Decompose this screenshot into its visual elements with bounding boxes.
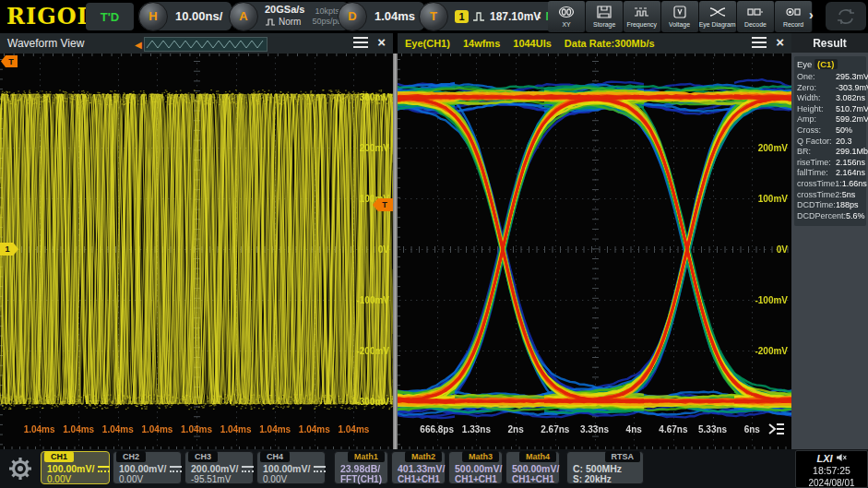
storage-icon bbox=[596, 6, 612, 19]
channel-tab: CH1 bbox=[44, 451, 74, 462]
trigger-level-value: 187.10mV bbox=[490, 10, 541, 23]
waveform-x-tick-label: 1.04ms bbox=[259, 424, 291, 434]
result-row: Cross:50% bbox=[797, 125, 864, 137]
clock-box[interactable]: LXI 18:57:25 2024/08/01 bbox=[795, 450, 868, 488]
toolbar-storage-button[interactable]: Storage bbox=[586, 1, 624, 32]
eye-diagram-canvas[interactable] bbox=[398, 54, 791, 449]
result-row: Q Factor:20.3 bbox=[797, 137, 864, 148]
result-value: 3.082ns bbox=[836, 93, 865, 102]
eye-close-icon[interactable]: × bbox=[776, 37, 784, 48]
toolbar-scroll-right-icon[interactable]: › bbox=[809, 7, 814, 22]
result-label: DCDPercent: bbox=[797, 211, 846, 222]
waveform-canvas[interactable] bbox=[0, 54, 393, 449]
rtsa-center-freq: C: 500MHz bbox=[573, 463, 622, 474]
toolbar-button-label: XY bbox=[562, 20, 570, 28]
rtsa-span: S: 20kHz bbox=[573, 474, 612, 484]
delay-control[interactable]: D 1.04ms bbox=[338, 2, 424, 30]
result-value: 188ps bbox=[836, 200, 859, 209]
eye-x-tick-label: 2.67ns bbox=[541, 424, 569, 434]
result-row: crossTime2:5ns bbox=[797, 190, 864, 201]
waveform-x-tick-label: 1.04ms bbox=[338, 424, 369, 434]
screen-capture-button[interactable] bbox=[826, 2, 866, 30]
toolbar-record-button[interactable]: Record bbox=[775, 1, 813, 32]
pulse-edge-icon bbox=[472, 9, 485, 23]
eye-measurement-box[interactable]: Eye (C1) One:295.3mVZero:-303.9mVWidth:3… bbox=[794, 56, 866, 226]
result-row: Width:3.082ns bbox=[797, 93, 864, 104]
horizontal-scale-control[interactable]: H 10.00ns/ bbox=[138, 2, 232, 30]
rtsa-card[interactable]: RTSAC: 500MHzS: 20kHz bbox=[566, 451, 644, 484]
math-card-math3[interactable]: Math3500.00mV/CH1+CH1 bbox=[448, 451, 503, 484]
result-label: DCDTime: bbox=[797, 200, 836, 211]
channel-scale: 100.00mV/ bbox=[263, 463, 310, 474]
math-tab: Math4 bbox=[519, 451, 556, 462]
result-row: Amp:599.2mV bbox=[797, 114, 864, 125]
toolbar-xy-button[interactable]: XY bbox=[548, 1, 586, 32]
eye-y-tick-label: -200mV bbox=[755, 346, 788, 356]
math-scale: 500.00mV/ bbox=[512, 463, 559, 474]
math-card-math1[interactable]: Math123.98dB/FFT(CH1) bbox=[334, 451, 388, 484]
channel-card-ch2[interactable]: CH2100.00mV/0.00V bbox=[113, 451, 182, 484]
math-scale: 401.33mV/ bbox=[398, 463, 445, 474]
waveform-x-tick-label: 1.04ms bbox=[63, 424, 94, 434]
result-sidebar: Result Eye (C1) One:295.3mVZero:-303.9mV… bbox=[791, 33, 868, 449]
result-label: Cross: bbox=[797, 125, 836, 137]
delay-knob[interactable]: D bbox=[338, 2, 367, 31]
eye-ui-count: 1044UIs bbox=[513, 38, 552, 49]
eye-y-tick-label: -100mV bbox=[755, 295, 788, 305]
toolbar-eye-diagram-button[interactable]: Eye Diagram bbox=[699, 1, 737, 32]
toolbar-voltage-button[interactable]: Voltage bbox=[661, 1, 699, 32]
trigger-status: T'D bbox=[86, 3, 134, 30]
dc-coupling-icon bbox=[314, 465, 326, 473]
channel-card-ch1[interactable]: CH1100.00mV/Ω0.00V bbox=[41, 451, 110, 484]
frequency-icon bbox=[634, 6, 650, 19]
toolbar-button-label: Voltage bbox=[669, 20, 690, 28]
result-row: fallTime:2.164ns bbox=[797, 168, 864, 179]
channel-tab: CH3 bbox=[188, 451, 218, 462]
eye-menu-icon[interactable] bbox=[752, 37, 767, 48]
math-card-math4[interactable]: Math4500.00mV/CH1+CH1 bbox=[505, 451, 560, 484]
rtsa-tab: RTSA bbox=[605, 451, 641, 462]
result-label: Zero: bbox=[797, 83, 836, 94]
eye-y-tick-label: 100mV bbox=[758, 194, 788, 204]
waveform-x-tick-label: 1.04ms bbox=[24, 424, 55, 434]
toolbar-button-label: Record bbox=[783, 20, 803, 28]
sample-resolution: 50ps/pt bbox=[312, 17, 339, 27]
eye-x-tick-label: 666.8ps bbox=[420, 424, 454, 434]
result-row: Height:510.7mV bbox=[797, 104, 864, 115]
eye-panel-title: Eye(CH1) bbox=[405, 38, 450, 49]
result-label: BR: bbox=[797, 147, 836, 158]
result-label: crossTime1: bbox=[797, 179, 842, 190]
waveform-close-icon[interactable]: × bbox=[377, 37, 386, 48]
toolbar-decode-button[interactable]: Decode bbox=[737, 1, 775, 32]
eye-x-tick-label: 6ns bbox=[744, 424, 760, 434]
toolbar-menu: XYStorageFrequencyVoltageEye DiagramDeco… bbox=[548, 1, 813, 32]
result-row: crossTime1:1.66ns bbox=[797, 179, 864, 190]
waveform-overview-strip[interactable]: ◀ bbox=[135, 37, 268, 52]
channel-offset: 0.00V bbox=[47, 474, 71, 484]
channel-offset: -95.51mV bbox=[191, 474, 231, 484]
toolbar-frequency-button[interactable]: Frequency bbox=[624, 1, 661, 32]
channel-tab: CH4 bbox=[260, 451, 290, 462]
trigger-knob[interactable]: T bbox=[419, 2, 448, 31]
math-tab: Math3 bbox=[462, 451, 499, 462]
result-value: -303.9mV bbox=[836, 83, 868, 92]
settings-button[interactable] bbox=[3, 454, 38, 483]
toolbar-scroll-left-icon[interactable]: ‹ bbox=[537, 7, 541, 22]
channel-tab: CH2 bbox=[116, 451, 146, 462]
dc-coupling-icon bbox=[242, 465, 254, 473]
toolbar-button-label: Frequency bbox=[627, 20, 658, 28]
result-expander-icon[interactable] bbox=[767, 421, 787, 441]
channel-card-ch3[interactable]: CH3200.00mV/Ω-95.51mV bbox=[184, 451, 254, 484]
overview-waveform-icon bbox=[144, 37, 268, 52]
waveform-menu-icon[interactable] bbox=[353, 37, 368, 48]
horizontal-knob[interactable]: H bbox=[138, 2, 168, 31]
sample-rate: 20GSa/s bbox=[265, 5, 304, 15]
acquisition-knob[interactable]: A bbox=[229, 2, 258, 31]
channel-card-ch4[interactable]: CH4100.00mV/0.00V bbox=[256, 451, 326, 484]
result-value: 599.2mV bbox=[836, 114, 868, 124]
math-card-math2[interactable]: Math2401.33mV/CH1+CH1 bbox=[391, 451, 446, 484]
rigol-logo: RIGOL bbox=[6, 3, 93, 30]
result-value: 2.164ns bbox=[836, 168, 865, 177]
acquisition-control[interactable]: A 20GSa/s Norm 10kpts 50ps/pt bbox=[229, 2, 349, 30]
overview-left-arrow-icon: ◀ bbox=[135, 40, 142, 50]
